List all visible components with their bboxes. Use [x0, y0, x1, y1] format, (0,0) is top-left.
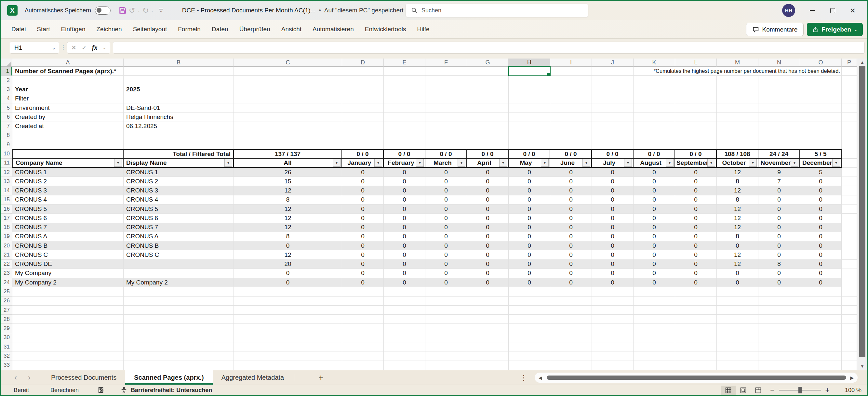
cell-J9[interactable]	[592, 140, 633, 149]
cell-J6[interactable]	[592, 112, 633, 122]
cell-G5[interactable]	[467, 103, 509, 112]
cell-O32[interactable]	[800, 352, 842, 361]
cell-M12[interactable]: 12	[717, 168, 758, 177]
row-header-27[interactable]: 27	[1, 306, 12, 315]
cell-H21[interactable]: 0	[509, 250, 550, 259]
horizontal-scrollbar-thumb[interactable]	[547, 375, 846, 380]
cell-J24[interactable]: 0	[592, 278, 633, 287]
ribbon-tab-daten[interactable]: Daten	[206, 26, 234, 33]
cell-N7[interactable]	[758, 122, 800, 131]
row-header-13[interactable]: 13	[1, 177, 12, 186]
cell-F17[interactable]: 0	[425, 213, 467, 223]
cell-L32[interactable]	[675, 352, 717, 361]
cell-A2[interactable]	[12, 76, 124, 85]
cell-D4[interactable]	[342, 94, 384, 103]
cell-O19[interactable]: 0	[800, 232, 842, 241]
cell-B12[interactable]: CRONUS 1	[124, 168, 234, 177]
cell-C33[interactable]	[234, 361, 342, 370]
select-all-corner[interactable]	[1, 59, 12, 67]
sheet-nav-left-icon[interactable]: ‹	[14, 373, 17, 382]
cell-K14[interactable]: 0	[633, 186, 675, 195]
cell-D2[interactable]	[342, 76, 384, 85]
cell-K2[interactable]	[633, 76, 675, 85]
horizontal-scrollbar[interactable]: ◀ ▶	[535, 372, 858, 383]
cell-C12[interactable]: 26	[234, 168, 342, 177]
cell-H25[interactable]	[509, 287, 550, 296]
cell-M30[interactable]	[717, 333, 758, 342]
cell-E17[interactable]: 0	[384, 213, 425, 223]
cell-B26[interactable]	[124, 297, 234, 306]
undo-icon[interactable]: ↺	[129, 6, 135, 14]
cell-C29[interactable]	[234, 324, 342, 333]
cell-O12[interactable]: 5	[800, 168, 842, 177]
cell-D31[interactable]	[342, 342, 384, 352]
cell-D27[interactable]	[342, 306, 384, 315]
row-header-17[interactable]: 17	[1, 213, 12, 223]
cell-F20[interactable]: 0	[425, 241, 467, 250]
cell-J23[interactable]: 0	[592, 269, 633, 278]
row-header-1[interactable]: 1	[1, 67, 12, 76]
cell-C26[interactable]	[234, 297, 342, 306]
cell-P15[interactable]	[842, 195, 857, 204]
cell-E7[interactable]	[384, 122, 425, 131]
cell-C14[interactable]: 12	[234, 186, 342, 195]
row-header-4[interactable]: 4	[1, 94, 12, 103]
cell-I9[interactable]	[550, 140, 592, 149]
cell-H3[interactable]	[509, 85, 550, 94]
cell-L5[interactable]	[675, 103, 717, 112]
cell-G17[interactable]: 0	[467, 213, 509, 223]
row-header-33[interactable]: 33	[1, 361, 12, 370]
cell-C21[interactable]: 12	[234, 250, 342, 259]
macro-record-icon[interactable]	[98, 387, 105, 394]
row-header-32[interactable]: 32	[1, 352, 12, 361]
cell-L15[interactable]: 0	[675, 195, 717, 204]
row-header-18[interactable]: 18	[1, 223, 12, 232]
cell-D8[interactable]	[342, 131, 384, 140]
cell-J10[interactable]: 0 / 0	[592, 149, 633, 158]
cell-N12[interactable]: 9	[758, 168, 800, 177]
cell-N25[interactable]	[758, 287, 800, 296]
cell-J2[interactable]	[592, 76, 633, 85]
cell-P11[interactable]	[842, 159, 857, 168]
cell-J16[interactable]: 0	[592, 204, 633, 213]
vertical-scrollbar-thumb[interactable]	[859, 66, 865, 357]
cell-H31[interactable]	[509, 342, 550, 352]
cell-F15[interactable]: 0	[425, 195, 467, 204]
cell-E23[interactable]: 0	[384, 269, 425, 278]
cell-O3[interactable]	[800, 85, 842, 94]
ribbon-tab-start[interactable]: Start	[31, 26, 55, 33]
cell-C27[interactable]	[234, 306, 342, 315]
cell-F10[interactable]: 0 / 0	[425, 149, 467, 158]
cell-J11[interactable]: July▾	[592, 159, 633, 168]
cell-K20[interactable]: 0	[633, 241, 675, 250]
cell-K33[interactable]	[633, 361, 675, 370]
cell-H6[interactable]	[509, 112, 550, 122]
cell-F1[interactable]	[425, 67, 467, 76]
cell-G32[interactable]	[467, 352, 509, 361]
zoom-slider-thumb[interactable]	[798, 387, 802, 393]
cell-I28[interactable]	[550, 315, 592, 324]
cell-C20[interactable]: 0	[234, 241, 342, 250]
cell-N21[interactable]: 0	[758, 250, 800, 259]
formula-bar-grip-icon[interactable]: ⋮	[59, 44, 67, 51]
cell-J33[interactable]	[592, 361, 633, 370]
ribbon-tab-einfügen[interactable]: Einfügen	[55, 26, 91, 33]
row-header-24[interactable]: 24	[1, 278, 12, 287]
row-header-3[interactable]: 3	[1, 85, 12, 94]
view-page-layout-button[interactable]	[736, 386, 751, 395]
cell-A18[interactable]: CRONUS 7	[12, 223, 124, 232]
cell-E1[interactable]	[384, 67, 425, 76]
cell-B3[interactable]: 2025	[124, 85, 234, 94]
row-header-23[interactable]: 23	[1, 269, 12, 278]
cell-F33[interactable]	[425, 361, 467, 370]
cell-M24[interactable]: 0	[717, 278, 758, 287]
column-header-G[interactable]: G	[467, 59, 509, 67]
accessibility-icon[interactable]	[120, 387, 127, 394]
cell-C18[interactable]: 12	[234, 223, 342, 232]
zoom-level-label[interactable]: 100 %	[838, 387, 862, 394]
cell-K16[interactable]: 0	[633, 204, 675, 213]
cell-G21[interactable]: 0	[467, 250, 509, 259]
cell-A28[interactable]	[12, 315, 124, 324]
cell-E30[interactable]	[384, 333, 425, 342]
cell-K15[interactable]: 0	[633, 195, 675, 204]
